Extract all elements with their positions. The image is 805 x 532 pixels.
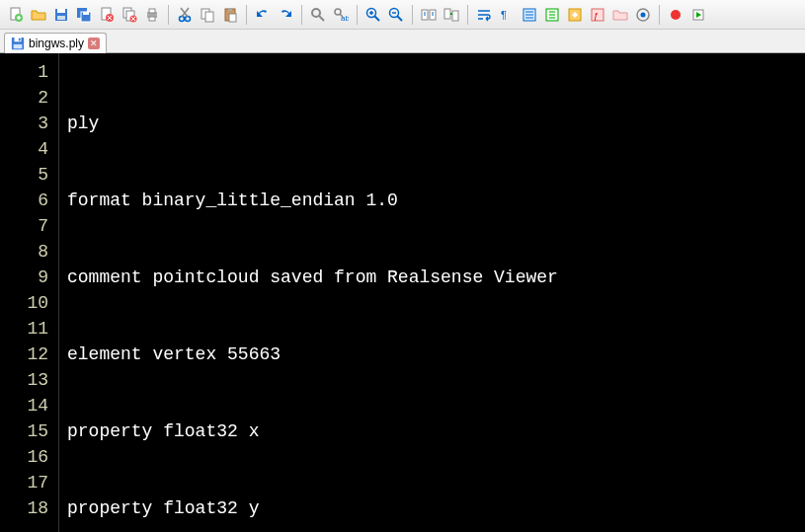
- line-number: 2: [6, 85, 48, 111]
- toolbar-separator: [357, 5, 358, 25]
- paste-icon[interactable]: [220, 5, 240, 25]
- line-number: 16: [6, 444, 48, 470]
- line-number: 17: [6, 470, 48, 495]
- print-icon[interactable]: [142, 5, 162, 25]
- toolbar-separator: [246, 5, 247, 25]
- sync-scroll-icon[interactable]: [419, 5, 439, 25]
- svg-point-16: [180, 16, 185, 21]
- svg-rect-15: [149, 17, 155, 21]
- line-number: 5: [6, 162, 48, 188]
- line-number-gutter: 123456789101112131415161718: [0, 53, 59, 532]
- tab-filename: bingws.ply: [29, 37, 84, 50]
- svg-rect-4: [57, 16, 65, 20]
- line-number: 14: [6, 393, 48, 418]
- line-number: 12: [6, 342, 48, 367]
- line-number: 9: [6, 265, 48, 290]
- svg-text:¶: ¶: [501, 9, 507, 21]
- code-content[interactable]: ply format binary_little_endian 1.0 comm…: [59, 53, 805, 532]
- file-tab[interactable]: bingws.ply ✕: [4, 33, 107, 53]
- line-number: 3: [6, 111, 48, 136]
- line-number: 1: [6, 59, 48, 85]
- svg-rect-19: [205, 12, 213, 22]
- show-symbol-icon[interactable]: [542, 5, 562, 25]
- replace-icon[interactable]: ab: [331, 5, 351, 25]
- toolbar-separator: [412, 5, 413, 25]
- save-icon[interactable]: [51, 5, 71, 25]
- save-state-icon: [11, 37, 25, 50]
- editor-area[interactable]: 123456789101112131415161718 ply format b…: [0, 53, 805, 532]
- line-number: 10: [6, 290, 48, 316]
- svg-rect-3: [57, 9, 65, 13]
- code-line: element vertex 55663: [67, 342, 797, 367]
- svg-point-40: [671, 10, 681, 20]
- close-file-icon[interactable]: [97, 5, 117, 25]
- line-number: 7: [6, 213, 48, 239]
- svg-rect-44: [14, 44, 23, 48]
- line-number: 4: [6, 136, 48, 162]
- line-number: 11: [6, 316, 48, 342]
- toolbar-separator: [467, 5, 468, 25]
- diff-icon[interactable]: [565, 5, 585, 25]
- clone-doc-icon[interactable]: [442, 5, 461, 25]
- code-line: property float32 y: [67, 495, 797, 521]
- svg-rect-22: [229, 14, 236, 22]
- line-number: 18: [6, 495, 48, 521]
- svg-point-17: [186, 16, 191, 21]
- copy-icon[interactable]: [198, 5, 217, 25]
- undo-icon[interactable]: [253, 5, 273, 25]
- code-line: property float32 x: [67, 418, 797, 444]
- svg-point-39: [641, 12, 646, 17]
- close-all-icon[interactable]: [120, 5, 139, 25]
- code-line: comment pointcloud saved from Realsense …: [67, 265, 797, 290]
- line-number: 15: [6, 418, 48, 444]
- record-icon[interactable]: [666, 5, 685, 25]
- line-number: 6: [6, 188, 48, 213]
- svg-rect-30: [444, 9, 450, 19]
- svg-rect-31: [452, 11, 458, 21]
- redo-icon[interactable]: [276, 5, 295, 25]
- find-icon[interactable]: [308, 5, 328, 25]
- svg-rect-45: [19, 38, 21, 41]
- tab-bar: bingws.ply ✕: [0, 30, 805, 53]
- toolbar-separator: [168, 5, 169, 25]
- folder-as-workspace-icon[interactable]: [610, 5, 630, 25]
- save-all-icon[interactable]: [74, 5, 94, 25]
- wrap-icon[interactable]: [474, 5, 494, 25]
- toolbar-separator: [659, 5, 660, 25]
- line-number: 13: [6, 367, 48, 393]
- code-line: ply: [67, 111, 797, 136]
- cut-icon[interactable]: [175, 5, 195, 25]
- code-line: format binary_little_endian 1.0: [67, 188, 797, 213]
- svg-text:ƒ: ƒ: [594, 11, 599, 21]
- tab-close-icon[interactable]: ✕: [88, 38, 100, 49]
- svg-point-23: [312, 9, 320, 17]
- indent-guide-icon[interactable]: [520, 5, 539, 25]
- udl-icon[interactable]: ƒ: [588, 5, 607, 25]
- main-toolbar: ab¶ƒ: [0, 0, 805, 30]
- open-folder-icon[interactable]: [29, 5, 48, 25]
- zoom-out-icon[interactable]: [386, 5, 406, 25]
- play-icon[interactable]: [688, 5, 708, 25]
- zoom-in-icon[interactable]: [363, 5, 383, 25]
- svg-text:ab: ab: [341, 14, 349, 23]
- new-file-icon[interactable]: [6, 5, 26, 25]
- show-chars-icon[interactable]: ¶: [497, 5, 517, 25]
- svg-rect-7: [83, 12, 89, 15]
- line-number: 8: [6, 239, 48, 265]
- monitoring-icon[interactable]: [633, 5, 653, 25]
- toolbar-separator: [301, 5, 302, 25]
- svg-rect-14: [149, 9, 155, 13]
- svg-rect-21: [228, 8, 232, 11]
